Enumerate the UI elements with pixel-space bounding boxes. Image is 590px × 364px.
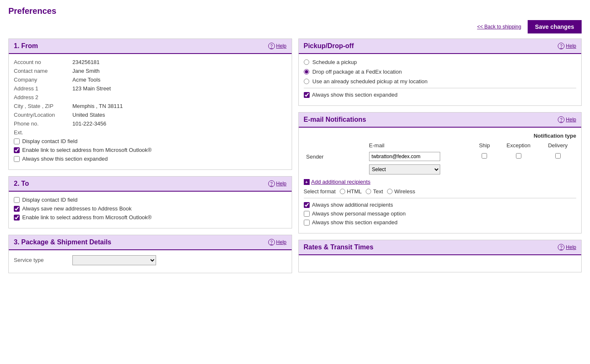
country-label: Country/Location bbox=[14, 112, 72, 118]
schedule-pickup-radio[interactable] bbox=[304, 59, 309, 65]
to-display-contact-id-label: Display contact ID field bbox=[22, 197, 77, 203]
text-format-label[interactable]: Text bbox=[366, 188, 383, 195]
to-enable-outlook-checkbox[interactable] bbox=[14, 215, 20, 220]
city-state-zip-label: City , State , ZIP bbox=[14, 103, 72, 109]
sender-exception-checkbox[interactable] bbox=[516, 153, 521, 159]
from-help-icon: ? bbox=[268, 43, 275, 49]
pickup-help-icon: ? bbox=[558, 43, 564, 49]
to-section: 2. To ? Help Display contact ID field Al… bbox=[8, 176, 292, 228]
contact-name-value: Jane Smith bbox=[72, 68, 100, 74]
always-show-personal-msg-label: Always show personal message option bbox=[312, 210, 406, 217]
html-format-label[interactable]: HTML bbox=[340, 188, 362, 195]
to-enable-outlook-label: Enable link to select address from Micro… bbox=[22, 214, 151, 220]
rates-section: Rates & Transit Times ? Help bbox=[298, 240, 582, 272]
pickup-always-expanded-label: Always show this section expanded bbox=[312, 92, 398, 98]
enable-outlook-link-checkbox[interactable] bbox=[14, 147, 20, 153]
to-help-icon: ? bbox=[268, 180, 275, 187]
to-section-title: 2. To bbox=[14, 180, 29, 187]
schedule-pickup-label: Schedule a pickup bbox=[313, 59, 357, 65]
from-help-link[interactable]: ? Help bbox=[268, 43, 287, 49]
already-scheduled-label: Use an already scheduled pickup at my lo… bbox=[313, 78, 428, 85]
wireless-format-label[interactable]: Wireless bbox=[387, 188, 415, 195]
delivery-col-header: Delivery bbox=[539, 141, 576, 150]
package-section: 3. Package & Shipment Details ? Help Ser… bbox=[8, 235, 292, 273]
from-always-expanded-checkbox[interactable] bbox=[14, 156, 20, 162]
email-always-expanded-checkbox[interactable] bbox=[304, 220, 310, 226]
sender-label: Sender bbox=[304, 150, 367, 163]
to-always-save-checkbox[interactable] bbox=[14, 206, 20, 212]
service-type-label: Service type bbox=[14, 257, 72, 263]
email-always-expanded-label: Always show this section expanded bbox=[312, 219, 398, 226]
dropoff-fedex-label: Drop off package at a FedEx location bbox=[313, 69, 402, 75]
email-col-header: E-mail bbox=[367, 141, 472, 150]
display-contact-id-label: Display contact ID field bbox=[22, 138, 77, 144]
sender-email-input[interactable] bbox=[369, 152, 440, 161]
always-show-recipients-checkbox[interactable] bbox=[304, 202, 310, 208]
text-format-text: Text bbox=[373, 188, 383, 195]
ship-col-header: Ship bbox=[471, 141, 498, 150]
html-format-text: HTML bbox=[347, 188, 362, 195]
package-help-icon: ? bbox=[268, 239, 275, 246]
account-no-label: Account no bbox=[14, 59, 72, 65]
to-always-save-label: Always save new addresses to Address Boo… bbox=[22, 205, 132, 212]
contact-name-label: Contact name bbox=[14, 68, 72, 74]
to-help-link[interactable]: ? Help bbox=[268, 180, 287, 187]
pickup-help-link[interactable]: ? Help bbox=[558, 43, 576, 49]
plus-icon: + bbox=[304, 179, 310, 185]
display-contact-id-checkbox[interactable] bbox=[14, 138, 20, 144]
pickup-section-title: Pickup/Drop-off bbox=[304, 42, 354, 50]
dropoff-fedex-radio[interactable] bbox=[304, 69, 309, 74]
country-value: United States bbox=[72, 112, 105, 118]
ext-label: Ext. bbox=[14, 129, 72, 136]
pickup-section: Pickup/Drop-off ? Help Schedule a pickup… bbox=[298, 38, 582, 106]
email-section-title: E-mail Notifications bbox=[304, 116, 366, 123]
company-label: Company bbox=[14, 77, 72, 83]
address1-value: 123 Main Street bbox=[72, 85, 111, 92]
wireless-format-radio[interactable] bbox=[387, 189, 392, 194]
phone-value: 101-222-3456 bbox=[72, 120, 106, 127]
add-recipients-link[interactable]: + Add additional recipients bbox=[304, 179, 577, 185]
back-to-shipping-link[interactable]: << Back to shipping bbox=[477, 24, 521, 30]
package-help-link[interactable]: ? Help bbox=[268, 239, 287, 246]
select-format-label: Select format bbox=[304, 188, 336, 195]
email-help-link[interactable]: ? Help bbox=[558, 116, 576, 123]
service-type-select[interactable] bbox=[72, 255, 156, 265]
text-format-radio[interactable] bbox=[366, 189, 371, 194]
from-section: 1. From ? Help Account no 234256181 Cont… bbox=[8, 38, 292, 170]
save-changes-button[interactable]: Save changes bbox=[528, 20, 582, 33]
always-show-personal-msg-checkbox[interactable] bbox=[304, 211, 310, 217]
sender-ship-checkbox[interactable] bbox=[482, 153, 487, 159]
address2-label: Address 2 bbox=[14, 94, 72, 100]
notification-type-header: Notification type bbox=[304, 133, 577, 139]
company-value: Acme Tools bbox=[72, 77, 100, 83]
email-section: E-mail Notifications ? Help Notification… bbox=[298, 112, 582, 233]
package-section-title: 3. Package & Shipment Details bbox=[14, 238, 111, 246]
city-state-zip-value: Memphis , TN 38111 bbox=[72, 103, 123, 109]
recipient-type-select[interactable]: Select bbox=[369, 164, 440, 174]
page-title: Preferences bbox=[8, 6, 582, 16]
to-display-contact-id-checkbox[interactable] bbox=[14, 197, 20, 203]
rates-section-title: Rates & Transit Times bbox=[304, 244, 374, 251]
email-help-icon: ? bbox=[558, 116, 564, 123]
sender-col-header bbox=[304, 141, 367, 150]
always-show-recipients-label: Always show additional recipients bbox=[312, 202, 393, 208]
account-no-value: 234256181 bbox=[72, 59, 100, 65]
from-section-title: 1. From bbox=[14, 42, 38, 50]
exception-col-header: Exception bbox=[498, 141, 539, 150]
already-scheduled-radio[interactable] bbox=[304, 79, 309, 84]
sender-delivery-checkbox[interactable] bbox=[555, 153, 561, 159]
rates-help-icon: ? bbox=[558, 244, 564, 251]
rates-help-link[interactable]: ? Help bbox=[558, 244, 576, 251]
enable-outlook-link-label: Enable link to select address from Micro… bbox=[22, 147, 151, 153]
pickup-always-expanded-checkbox[interactable] bbox=[304, 92, 310, 98]
html-format-radio[interactable] bbox=[340, 189, 345, 194]
address1-label: Address 1 bbox=[14, 85, 72, 92]
wireless-format-text: Wireless bbox=[394, 188, 415, 195]
from-always-expanded-label: Always show this section expanded bbox=[22, 156, 108, 162]
phone-label: Phone no. bbox=[14, 120, 72, 127]
